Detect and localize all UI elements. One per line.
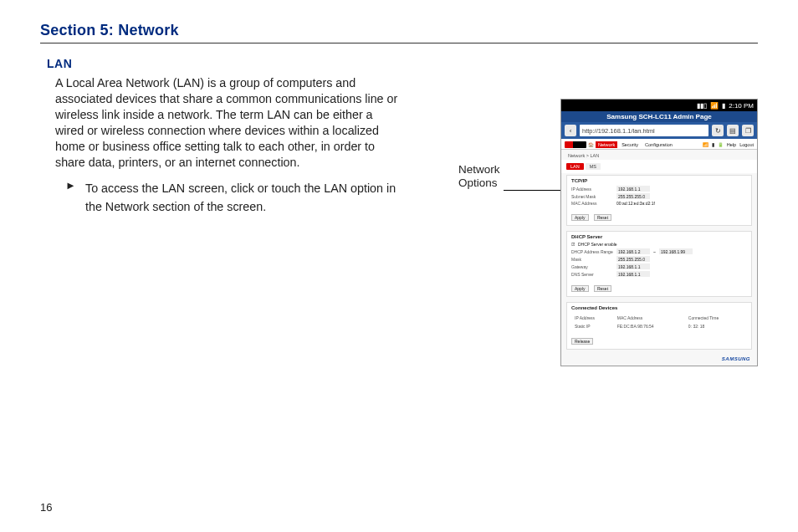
samsung-logo: SAMSUNG (561, 355, 757, 366)
panel-connected-devices: Connected Devices IP Address MAC Address… (566, 302, 752, 350)
network-options: LAN MS (561, 160, 757, 173)
input-dhcp-range-from[interactable]: 192.168.1.2 (616, 248, 650, 254)
label-subnet-mask: Subnet Mask (571, 194, 613, 199)
callout-leader-line (504, 190, 565, 191)
tab-network[interactable]: Network (596, 141, 617, 148)
option-ms[interactable]: MS (586, 163, 601, 170)
instruction-bullet: ► To access the LAN screen, click or tou… (65, 179, 400, 216)
label-mac-address: MAC Address (571, 201, 613, 206)
tabs-button[interactable]: ❐ (742, 125, 754, 136)
col-ip: IP Address (573, 315, 614, 321)
callout-network-options: Network Options (458, 163, 500, 190)
checkbox-dhcp-enable[interactable]: ☑ (571, 242, 575, 247)
input-dns-server[interactable]: 192.168.1.1 (616, 271, 650, 277)
page-number: 16 (40, 501, 52, 514)
battery-icon: ▮ (722, 102, 725, 110)
range-separator: ~ (653, 249, 656, 254)
url-bar[interactable]: http://192.168.1.1/lan.html (580, 125, 708, 136)
label-ip-address: IP Address (571, 187, 613, 192)
table-header-row: IP Address MAC Address Connected Time (573, 315, 745, 321)
apply-button-tcpip[interactable]: Apply (571, 214, 589, 221)
brand-nav-bar: 🏠 Network Security Configuration 📶 ▮ 🔋 H… (561, 139, 757, 150)
input-ip-address[interactable]: 192.168.1.1 (616, 186, 650, 192)
release-button[interactable]: Release (571, 338, 593, 345)
wifi-icon: 📶 (710, 102, 719, 110)
tab-security[interactable]: Security (619, 141, 641, 148)
input-dhcp-mask[interactable]: 255.255.255.0 (616, 256, 650, 262)
tab-configuration[interactable]: Configuration (642, 141, 675, 148)
status-bar: ▮▮▯ 📶 ▮ 2:10 PM (561, 100, 757, 111)
option-lan[interactable]: LAN (566, 163, 584, 170)
panel-title-connected: Connected Devices (571, 305, 747, 310)
panel-title-tcpip: TCP/IP (571, 178, 747, 183)
back-button[interactable]: ‹ (565, 125, 576, 136)
input-gateway[interactable]: 192.168.1.1 (616, 263, 650, 269)
label-dhcp-mask: Mask (571, 257, 613, 262)
label-dhcp-enable: DHCP Server enable (578, 242, 617, 247)
signal-status-icon: ▮ (712, 142, 714, 147)
table-row: Static IP FE:DC:BA:98:76:54 0: 32: 18 (573, 323, 745, 330)
panel-dhcp: DHCP Server ☑ DHCP Server enable DHCP Ad… (566, 231, 752, 297)
help-link[interactable]: Help (727, 142, 736, 147)
label-dhcp-range: DHCP Address Range (571, 249, 613, 254)
verizon-logo-icon (565, 141, 586, 148)
battery-status-icon: 🔋 (718, 142, 724, 147)
input-subnet-mask[interactable]: 255.255.255.0 (616, 193, 650, 199)
connected-devices-table: IP Address MAC Address Connected Time St… (571, 313, 747, 331)
section-divider (40, 43, 758, 43)
lan-heading: LAN (47, 57, 400, 70)
home-icon[interactable]: 🏠 (588, 142, 594, 147)
lan-description: A Local Area Network (LAN) is a group of… (55, 75, 400, 171)
cell-mac: FE:DC:BA:98:76:54 (616, 323, 685, 330)
panel-title-dhcp: DHCP Server (571, 234, 747, 239)
browser-toolbar: ‹ http://192.168.1.1/lan.html ↻ ▤ ❐ (561, 122, 757, 139)
label-gateway: Gateway (571, 264, 613, 269)
admin-title-bar: Samsung SCH-LC11 Admin Page (561, 111, 757, 122)
reset-button-dhcp[interactable]: Reset (594, 285, 611, 292)
col-time: Connected Time (687, 315, 745, 321)
cell-time: 0: 32: 18 (687, 323, 745, 330)
device-screenshot: ▮▮▯ 📶 ▮ 2:10 PM Samsung SCH-LC11 Admin P… (560, 99, 758, 366)
panel-tcpip: TCP/IP IP Address 192.168.1.1 Subnet Mas… (566, 175, 752, 226)
wifi-status-icon: 📶 (703, 142, 708, 147)
breadcrumb: Network > LAN (561, 150, 757, 160)
instruction-text: To access the LAN screen, click or touch… (85, 179, 400, 216)
refresh-button[interactable]: ↻ (712, 125, 724, 136)
label-dns-server: DNS Server (571, 272, 613, 277)
section-title: Section 5: Network (40, 22, 758, 39)
bookmark-button[interactable]: ▤ (727, 125, 739, 136)
input-dhcp-range-to[interactable]: 192.168.1.99 (659, 248, 693, 254)
signal-icon: ▮▮▯ (697, 102, 707, 110)
cell-ip: Static IP (573, 323, 614, 330)
reset-button-tcpip[interactable]: Reset (594, 214, 611, 221)
status-time: 2:10 PM (729, 102, 754, 110)
apply-button-dhcp[interactable]: Apply (571, 285, 589, 292)
col-mac: MAC Address (616, 315, 685, 321)
bullet-marker-icon: ► (65, 179, 85, 216)
logout-link[interactable]: Logout (739, 142, 754, 147)
value-mac-address: 00:ad:12:ed:3a:d2:1f (616, 201, 655, 206)
